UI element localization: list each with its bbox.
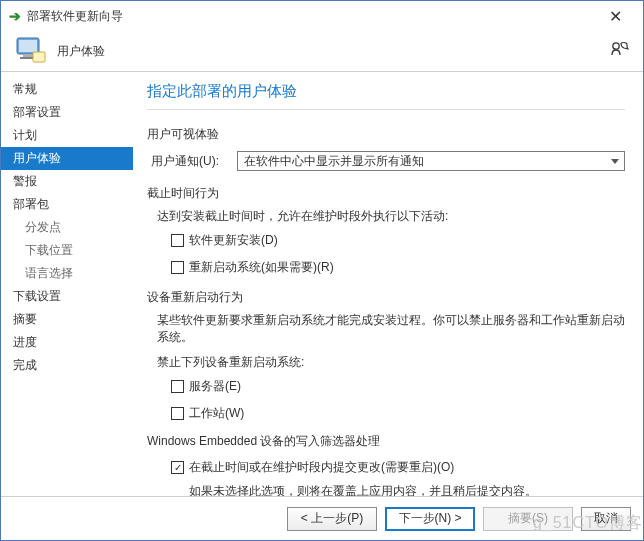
next-button[interactable]: 下一步(N) > (385, 507, 475, 531)
sidebar-item-schedule[interactable]: 计划 (1, 124, 133, 147)
content-heading: 指定此部署的用户体验 (147, 82, 625, 101)
sidebar-item-general[interactable]: 常规 (1, 78, 133, 101)
feedback-icon[interactable] (609, 39, 629, 63)
cb-restart-label: 重新启动系统(如果需要)(R) (189, 259, 334, 276)
checkbox-checked-icon (171, 461, 184, 474)
cb-server-row[interactable]: 服务器(E) (171, 378, 625, 395)
cb-server-label: 服务器(E) (189, 378, 241, 395)
cb-workstation-label: 工作站(W) (189, 405, 244, 422)
content-divider (147, 109, 625, 110)
header-subtitle: 用户体验 (57, 43, 105, 60)
window-title: 部署软件更新向导 (27, 8, 123, 25)
embedded-section-label: Windows Embedded 设备的写入筛选器处理 (147, 433, 625, 450)
checkbox-icon (171, 407, 184, 420)
sidebar-item-alerts[interactable]: 警报 (1, 170, 133, 193)
cb-install-row[interactable]: 软件更新安装(D) (171, 232, 625, 249)
notify-value: 在软件中心中显示并显示所有通知 (244, 153, 424, 170)
sidebar-item-progress[interactable]: 进度 (1, 331, 133, 354)
visual-experience-label: 用户可视体验 (147, 126, 625, 143)
svg-rect-4 (33, 52, 45, 62)
svg-rect-2 (23, 54, 33, 57)
footer: < 上一步(P) 下一步(N) > 摘要(S) 取消 (1, 496, 643, 540)
embedded-note: 如果未选择此选项，则将在覆盖上应用内容，并且稍后提交内容。 (189, 483, 625, 496)
cancel-button[interactable]: 取消 (581, 507, 631, 531)
close-button[interactable]: ✕ (595, 4, 635, 28)
notify-label: 用户通知(U): (147, 153, 237, 170)
svg-point-5 (613, 43, 619, 49)
titlebar: ➔ 部署软件更新向导 ✕ (1, 1, 643, 31)
sidebar: 常规 部署设置 计划 用户体验 警报 部署包 分发点 下载位置 语言选择 下载设… (1, 72, 133, 496)
sidebar-item-download-settings[interactable]: 下载设置 (1, 285, 133, 308)
sidebar-item-distribution[interactable]: 分发点 (1, 216, 133, 239)
header: 用户体验 (1, 31, 643, 71)
deadline-desc: 达到安装截止时间时，允许在维护时段外执行以下活动: (157, 208, 625, 225)
computer-icon (15, 34, 47, 69)
suppress-label: 禁止下列设备重新启动系统: (157, 354, 625, 371)
sidebar-item-deploy-settings[interactable]: 部署设置 (1, 101, 133, 124)
summary-button: 摘要(S) (483, 507, 573, 531)
sidebar-item-completion[interactable]: 完成 (1, 354, 133, 377)
restart-desc: 某些软件更新要求重新启动系统才能完成安装过程。你可以禁止服务器和工作站重新启动系… (157, 312, 625, 346)
sidebar-item-package[interactable]: 部署包 (1, 193, 133, 216)
restart-section-label: 设备重新启动行为 (147, 289, 625, 306)
checkbox-icon (171, 380, 184, 393)
cb-workstation-row[interactable]: 工作站(W) (171, 405, 625, 422)
cb-embedded-row[interactable]: 在截止时间或在维护时段内提交更改(需要重启)(O) (171, 459, 625, 476)
cb-install-label: 软件更新安装(D) (189, 232, 278, 249)
sidebar-item-language[interactable]: 语言选择 (1, 262, 133, 285)
content-pane: 指定此部署的用户体验 用户可视体验 用户通知(U): 在软件中心中显示并显示所有… (133, 72, 643, 496)
checkbox-icon (171, 234, 184, 247)
cb-embedded-label: 在截止时间或在维护时段内提交更改(需要重启)(O) (189, 459, 454, 476)
wizard-arrow-icon: ➔ (9, 8, 21, 24)
checkbox-icon (171, 261, 184, 274)
sidebar-item-summary[interactable]: 摘要 (1, 308, 133, 331)
svg-rect-1 (19, 40, 37, 52)
cb-restart-row[interactable]: 重新启动系统(如果需要)(R) (171, 259, 625, 276)
sidebar-item-user-experience[interactable]: 用户体验 (1, 147, 133, 170)
prev-button[interactable]: < 上一步(P) (287, 507, 377, 531)
notify-select[interactable]: 在软件中心中显示并显示所有通知 (237, 151, 625, 171)
deadline-section-label: 截止时间行为 (147, 185, 625, 202)
sidebar-item-download-location[interactable]: 下载位置 (1, 239, 133, 262)
